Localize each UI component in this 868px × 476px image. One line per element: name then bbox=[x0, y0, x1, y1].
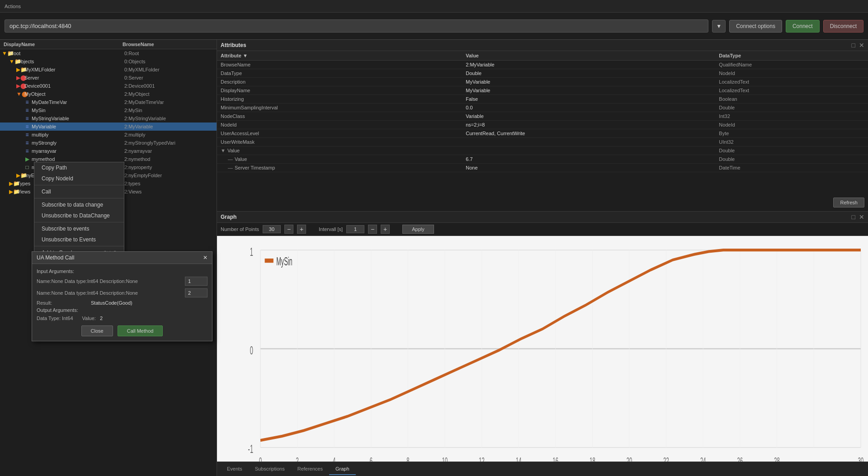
graph-minimize-icon[interactable]: □ bbox=[852, 213, 855, 221]
svg-text:6: 6 bbox=[370, 455, 373, 462]
refresh-button[interactable]: Refresh bbox=[833, 198, 864, 207]
table-row: UserAccessLevelCurrentRead, CurrentWrite… bbox=[217, 129, 868, 138]
tree-row[interactable]: ≡ multiply 2:multiply bbox=[0, 131, 217, 139]
tab-graph[interactable]: Graph bbox=[329, 463, 356, 475]
url-dropdown-button[interactable]: ▼ bbox=[712, 20, 726, 33]
ua-output-val: 2 bbox=[100, 316, 103, 321]
tree-row[interactable]: ≡ myStrongly 2:myStronglyTypedVari bbox=[0, 139, 217, 147]
top-bar: ▼ Connect options Connect Disconnect bbox=[0, 13, 868, 40]
main-layout: DisplayName BrowseName ▼📁 Root 0:Root ▼📁… bbox=[0, 40, 868, 476]
svg-text:18: 18 bbox=[590, 455, 595, 462]
variable-icon: ≡ bbox=[24, 99, 31, 105]
graph-svg-container: 1 0 -1 0 2 4 6 8 10 12 14 16 18 20 22 2 bbox=[217, 236, 868, 462]
attr-col-attribute: Attribute ▼ bbox=[217, 51, 462, 61]
right-panel: Attributes □ ✕ Attribute ▼ Value DataTyp… bbox=[217, 40, 868, 476]
tree-row[interactable]: ▶⬤ Server 0:Server bbox=[0, 74, 217, 82]
graph-line bbox=[260, 250, 861, 440]
table-row: —Server TimestampNoneDateTime bbox=[217, 164, 868, 172]
tree-row[interactable]: ▼📁 Objects 0:Objects bbox=[0, 57, 217, 66]
apply-button[interactable]: Apply bbox=[402, 225, 434, 234]
ua-call-button[interactable]: Call Method bbox=[118, 325, 163, 336]
ctx-unsubscribe-events[interactable]: Unsubscribe to Events bbox=[34, 234, 124, 245]
tab-events[interactable]: Events bbox=[221, 463, 249, 475]
variable-icon: ≡ bbox=[24, 115, 31, 122]
attr-col-value: Value bbox=[462, 51, 715, 61]
ua-input-label: Input Arguments: bbox=[37, 269, 208, 274]
attrs-close-icon[interactable]: ✕ bbox=[859, 42, 864, 49]
table-row: DisplayNameMyVariableLocalizedText bbox=[217, 86, 868, 95]
context-menu: Copy Path Copy NodeId Call Subscribe to … bbox=[34, 162, 124, 259]
tree-row-myvariable[interactable]: ≡ MyVariable 2:MyVariable bbox=[0, 123, 217, 131]
folder-icon: ▼📁 bbox=[2, 50, 9, 57]
graph-close-icon[interactable]: ✕ bbox=[859, 213, 864, 221]
disconnect-button[interactable]: Disconnect bbox=[823, 20, 863, 33]
tree-row[interactable]: ▶📁 MyXMLFolder 0:MyXMLFolder bbox=[0, 66, 217, 74]
table-row: UserWriteMaskUInt32 bbox=[217, 138, 868, 146]
interval-label: Intervall [s] bbox=[319, 226, 343, 232]
svg-text:0: 0 bbox=[259, 455, 262, 462]
ua-arg-input-2[interactable] bbox=[185, 288, 208, 297]
ctx-unsubscribe-data[interactable]: Unsubscribe to DataChange bbox=[34, 210, 124, 221]
ua-arg-input-1[interactable] bbox=[185, 277, 208, 286]
table-row: NodeClassVariableInt32 bbox=[217, 112, 868, 121]
tree-row[interactable]: ▶⬤ Device0001 2:Device0001 bbox=[0, 82, 217, 90]
ua-method-dialog: UA Method Call ✕ Input Arguments: Name:N… bbox=[32, 251, 212, 341]
ua-arg-row-1: Name:None Data type:Int64 Description:No… bbox=[37, 277, 208, 286]
ua-result-value: StatusCode(Good) bbox=[91, 300, 132, 306]
ua-method-close-button[interactable]: ✕ bbox=[203, 254, 208, 261]
variable-icon: ≡ bbox=[24, 132, 31, 138]
ctx-separator bbox=[34, 185, 124, 185]
interval-plus-button[interactable]: + bbox=[381, 225, 390, 234]
ctx-copy-path[interactable]: Copy Path bbox=[34, 162, 124, 173]
svg-text:0: 0 bbox=[250, 344, 253, 357]
circle-orange-icon: ▼⬤ bbox=[16, 91, 24, 97]
ctx-call[interactable]: Call bbox=[34, 186, 124, 197]
connect-options-button[interactable]: Connect options bbox=[729, 20, 782, 33]
tree-row[interactable]: ≡ MySin 2:MySin bbox=[0, 106, 217, 114]
variable-icon: ≡ bbox=[24, 123, 31, 130]
attrs-minimize-icon[interactable]: □ bbox=[852, 42, 855, 49]
connect-button[interactable]: Connect bbox=[786, 20, 820, 33]
svg-text:2: 2 bbox=[296, 455, 298, 462]
attrs-table-header: Attribute ▼ Value DataType bbox=[217, 51, 868, 61]
svg-text:30: 30 bbox=[858, 455, 863, 462]
tab-references[interactable]: References bbox=[291, 463, 329, 475]
interval-value: 1 bbox=[346, 225, 364, 233]
svg-text:12: 12 bbox=[479, 455, 484, 462]
interval-minus-button[interactable]: − bbox=[368, 225, 377, 234]
num-points-plus-button[interactable]: + bbox=[297, 225, 306, 234]
tree-row[interactable]: ≡ MyDateTimeVar 2:MyDateTimeVar bbox=[0, 98, 217, 106]
ctx-subscribe-data[interactable]: Subscribe to data change bbox=[34, 199, 124, 210]
table-row: —Value6.7Double bbox=[217, 155, 868, 164]
svg-text:22: 22 bbox=[663, 455, 669, 462]
svg-text:28: 28 bbox=[774, 455, 779, 462]
method-icon: ▶ bbox=[24, 156, 31, 162]
graph-header: Graph □ ✕ bbox=[217, 212, 868, 223]
ua-method-header: UA Method Call ✕ bbox=[32, 252, 212, 264]
svg-text:MySin: MySin bbox=[276, 255, 292, 268]
tree-row[interactable]: ▼⬤ MyObject 2:MyObject bbox=[0, 90, 217, 98]
tree-row[interactable]: ≡ MyStringVariable 2:MyStringVariable bbox=[0, 114, 217, 123]
tree-header: DisplayName BrowseName bbox=[0, 40, 217, 49]
svg-text:26: 26 bbox=[737, 455, 743, 462]
ua-method-body: Input Arguments: Name:None Data type:Int… bbox=[32, 264, 212, 341]
svg-text:1: 1 bbox=[250, 245, 253, 258]
ctx-copy-nodeid[interactable]: Copy NodeId bbox=[34, 173, 124, 184]
attributes-scroll[interactable]: Attribute ▼ Value DataType BrowseName2:M… bbox=[217, 51, 868, 172]
svg-text:10: 10 bbox=[442, 455, 448, 462]
svg-text:4: 4 bbox=[333, 455, 335, 462]
ua-close-button[interactable]: Close bbox=[81, 325, 113, 336]
url-input[interactable] bbox=[5, 19, 708, 33]
attributes-tbody: BrowseName2:MyVariableQualifiedName Data… bbox=[217, 61, 868, 172]
tree-row[interactable]: ▼📁 Root 0:Root bbox=[0, 49, 217, 57]
num-points-minus-button[interactable]: − bbox=[284, 225, 293, 234]
ctx-separator bbox=[34, 198, 124, 198]
ctx-subscribe-events[interactable]: Subscribe to events bbox=[34, 223, 124, 234]
folder-icon: ▶📁 bbox=[16, 172, 24, 179]
tree-row[interactable]: ≡ myarrayvar 2:nyarrayvar bbox=[0, 147, 217, 155]
table-row: ▼ValueDouble bbox=[217, 146, 868, 155]
tree-browse-col-header: BrowseName bbox=[123, 42, 213, 47]
svg-text:20: 20 bbox=[627, 455, 632, 462]
tab-subscriptions[interactable]: Subscriptions bbox=[249, 463, 291, 475]
graph-svg: 1 0 -1 0 2 4 6 8 10 12 14 16 18 20 22 2 bbox=[217, 236, 868, 462]
